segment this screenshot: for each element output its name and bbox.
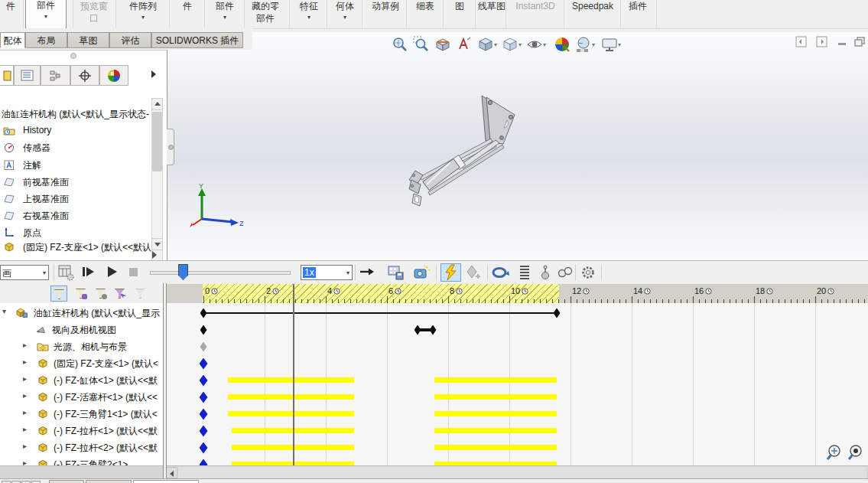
expand-arrow-icon[interactable]: ▸ [23, 442, 27, 450]
timebar-playhead[interactable] [293, 284, 294, 465]
scroll-left-button[interactable] [165, 467, 177, 478]
feature-tree-item[interactable]: 注解 [0, 157, 167, 174]
play-from-start-button[interactable] [80, 263, 99, 282]
change-bar[interactable] [228, 394, 354, 400]
key-diamond[interactable] [200, 409, 208, 420]
zoom-to-fit-icon[interactable] [391, 35, 409, 54]
save-animation-button[interactable] [387, 263, 407, 282]
ribbon-item[interactable]: 件 [2, 0, 20, 28]
commandmanager-tab[interactable]: 草图 [67, 32, 109, 48]
motion-tree-item[interactable]: ▸(-) FZ-拉杆<1> (默认<<默 [0, 423, 163, 439]
key-diamond[interactable] [200, 459, 208, 466]
edit-appearance-icon[interactable] [553, 35, 571, 54]
annotations-icon[interactable] [455, 35, 473, 54]
change-bar[interactable] [434, 394, 557, 400]
change-bar[interactable] [434, 377, 557, 383]
document-tab[interactable]: 模型 [49, 480, 84, 483]
timeline-h-scrollbar[interactable] [0, 465, 868, 479]
panel-splitter-handle[interactable] [167, 129, 174, 165]
feature-tree-item[interactable]: History [0, 122, 167, 139]
expand-arrow-icon[interactable]: ▸ [23, 341, 27, 349]
motion-tree-item[interactable]: ▸(-) FZ-拉杆<2> (默认<<默 [0, 439, 163, 456]
ribbon-item[interactable]: 预览窗口 [76, 0, 112, 28]
dropdown-arrow-icon[interactable]: ▾ [618, 41, 621, 48]
stop-button[interactable] [125, 263, 145, 282]
filter-selected-icon[interactable] [112, 286, 128, 302]
scroll-down-button[interactable] [151, 238, 163, 250]
configurationmanager-tab[interactable] [41, 65, 70, 86]
key-diamond[interactable] [200, 442, 208, 454]
minimize-icon[interactable] [837, 36, 850, 47]
animation-wizard-button[interactable] [413, 263, 433, 282]
document-tab[interactable]: 3D 视图 [86, 480, 132, 483]
motion-tree-item[interactable]: ▾油缸连杆机构 (默认<默认_显示 [0, 305, 163, 321]
key-diamond[interactable] [430, 325, 437, 335]
3d-model-assembly[interactable] [386, 73, 539, 222]
study-type-combobox[interactable]: 画 ▾ [0, 265, 49, 280]
add-key-button[interactable] [464, 263, 484, 282]
key-diamond[interactable] [200, 375, 208, 387]
autokey-toggle-button[interactable] [441, 263, 461, 282]
motion-tree-item[interactable]: ▸(-) FZ-三角臂2<1> [0, 456, 163, 465]
change-bar[interactable] [434, 445, 557, 450]
contact-button[interactable] [556, 263, 576, 282]
commandmanager-tab[interactable]: 配体 [0, 32, 25, 48]
expand-arrow-icon[interactable]: ▾ [2, 307, 6, 315]
ribbon-item[interactable]: 何体▾ [329, 0, 361, 28]
timebar-slider-thumb[interactable] [178, 264, 188, 280]
dropdown-arrow-icon[interactable]: ▾ [592, 41, 595, 48]
timeline-zoom-in-icon[interactable] [847, 443, 866, 462]
timeline-ruler[interactable]: 02468101214161820 [165, 283, 868, 304]
key-diamond[interactable] [200, 342, 207, 352]
ribbon-item[interactable]: 件 [173, 0, 202, 28]
appearances-tab[interactable] [99, 65, 128, 86]
section-view-icon[interactable] [434, 35, 452, 54]
motor-button[interactable] [491, 263, 511, 282]
ribbon-item[interactable]: 插件 [623, 0, 653, 28]
ribbon-item[interactable]: Instant3D [509, 0, 561, 28]
panel-splitter-dot[interactable] [70, 53, 76, 59]
feature-tree-item[interactable]: 右视基准面 [0, 207, 167, 224]
timeline-zoom-fit-icon[interactable] [826, 443, 844, 462]
feature-tree-item[interactable]: 油缸连杆机构 (默认<默认_显示状态- [0, 106, 167, 122]
key-diamond[interactable] [200, 392, 208, 403]
zoom-to-area-icon[interactable] [412, 35, 431, 54]
featuremanager-tab[interactable] [0, 65, 14, 86]
ribbon-item[interactable]: Speedpak [566, 0, 619, 28]
ribbon-item[interactable]: 细表 [408, 0, 442, 28]
feature-tree-item[interactable]: (固定) FZ-支座<1> (默认<<默认 [0, 239, 167, 256]
change-bar[interactable] [434, 428, 557, 433]
restore-icon[interactable] [854, 36, 867, 47]
view-settings-icon[interactable] [600, 35, 619, 54]
change-bar[interactable] [434, 411, 557, 416]
filter-all-icon[interactable] [50, 286, 67, 302]
commandmanager-tab[interactable]: SOLIDWORKS 插件 [151, 32, 243, 48]
tree-timeline-divider[interactable] [163, 283, 167, 478]
spring-button[interactable] [515, 263, 535, 282]
change-bar[interactable] [228, 411, 354, 416]
expand-arrow-icon[interactable]: ▸ [23, 459, 27, 465]
scroll-up-button[interactable] [151, 98, 163, 110]
timebar-slider-track[interactable] [150, 271, 291, 275]
panel-expand-chevron[interactable] [151, 70, 156, 78]
motion-tree-item[interactable]: ▸光源、相机与布景 [0, 338, 163, 355]
feature-tree-item[interactable]: 上视基准面 [0, 191, 167, 207]
play-button[interactable] [102, 263, 122, 282]
collapse-right-icon[interactable] [816, 36, 829, 47]
key-diamond[interactable] [200, 426, 208, 437]
expand-arrow-icon[interactable]: ▸ [23, 391, 27, 400]
change-bar[interactable] [228, 377, 354, 383]
key-diamond[interactable] [414, 325, 421, 335]
ribbon-item[interactable]: 图 [445, 0, 474, 28]
dropdown-arrow-icon[interactable]: ▾ [519, 41, 522, 48]
tree-flyout-chevron[interactable] [152, 251, 157, 259]
playback-speed-combobox[interactable]: 1x ▾ [301, 265, 353, 280]
scrollbar-thumb[interactable] [152, 112, 162, 171]
motion-study-properties-button[interactable] [579, 263, 599, 282]
dropdown-arrow-icon[interactable]: ▾ [543, 41, 546, 48]
ribbon-item[interactable]: 特征▾ [292, 0, 326, 28]
timeline-key-area[interactable] [165, 303, 868, 465]
dimxpert-tab[interactable] [70, 65, 99, 86]
apply-scene-icon[interactable] [574, 35, 593, 54]
view-orientation-icon[interactable] [476, 35, 495, 54]
